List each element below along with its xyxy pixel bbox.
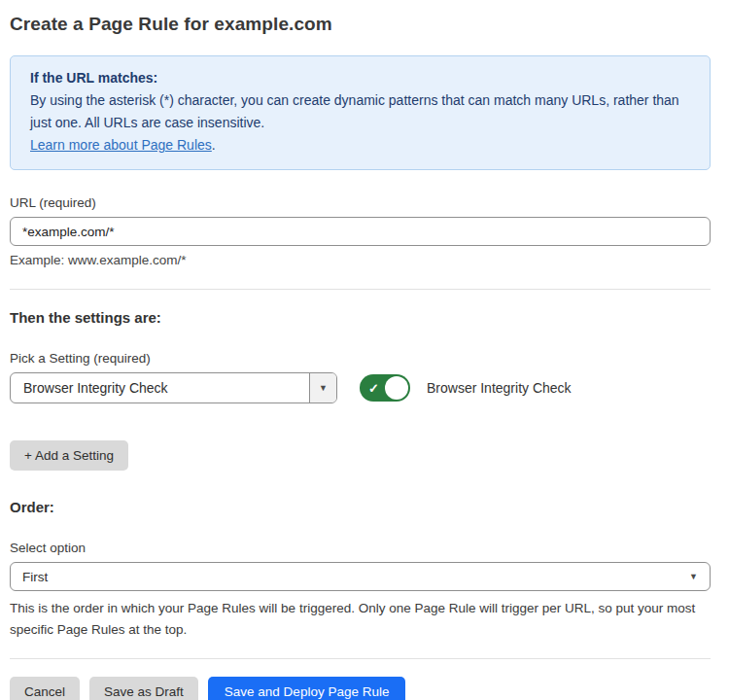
- setting-dropdown-arrow-button[interactable]: ▼: [309, 373, 336, 402]
- add-setting-button[interactable]: + Add a Setting: [10, 440, 128, 471]
- create-page-rule-panel: Create a Page Rule for example.com If th…: [0, 0, 729, 700]
- link-period: .: [212, 137, 216, 153]
- caret-down-icon: ▼: [689, 573, 698, 581]
- setting-row: Browser Integrity Check ▼ ✓ Browser Inte…: [10, 372, 711, 403]
- setting-dropdown-value: Browser Integrity Check: [11, 373, 309, 402]
- section-divider-bottom: [10, 658, 711, 659]
- order-helper-text: This is the order in which your Page Rul…: [10, 598, 711, 641]
- info-box-heading: If the URL matches:: [30, 67, 690, 89]
- toggle-label: Browser Integrity Check: [427, 380, 572, 396]
- setting-dropdown[interactable]: Browser Integrity Check ▼: [10, 372, 337, 403]
- toggle-knob: [385, 376, 408, 400]
- order-select-value: First: [22, 570, 48, 584]
- select-option-label: Select option: [10, 541, 711, 555]
- url-example-helper: Example: www.example.com/*: [10, 253, 711, 267]
- page-title: Create a Page Rule for example.com: [10, 14, 711, 35]
- pick-setting-label: Pick a Setting (required): [10, 351, 711, 366]
- caret-down-icon: ▼: [319, 384, 328, 393]
- section-divider-top: [10, 289, 711, 290]
- url-input[interactable]: [10, 217, 711, 246]
- info-box-body: By using the asterisk (*) character, you…: [30, 89, 690, 134]
- learn-more-link[interactable]: Learn more about Page Rules: [30, 137, 212, 153]
- footer-actions: Cancel Save as Draft Save and Deploy Pag…: [10, 677, 711, 700]
- cancel-button[interactable]: Cancel: [10, 677, 80, 700]
- url-field-label: URL (required): [10, 195, 711, 210]
- checkmark-icon: ✓: [368, 381, 379, 396]
- save-as-draft-button[interactable]: Save as Draft: [89, 677, 198, 700]
- order-select[interactable]: First ▼: [10, 562, 711, 591]
- settings-section-heading: Then the settings are:: [10, 309, 711, 326]
- url-match-info-box: If the URL matches: By using the asteris…: [10, 55, 711, 170]
- browser-integrity-toggle[interactable]: ✓: [360, 374, 410, 402]
- save-and-deploy-button[interactable]: Save and Deploy Page Rule: [208, 677, 406, 700]
- order-section-heading: Order:: [10, 499, 711, 515]
- info-box-link-line: Learn more about Page Rules.: [30, 134, 690, 157]
